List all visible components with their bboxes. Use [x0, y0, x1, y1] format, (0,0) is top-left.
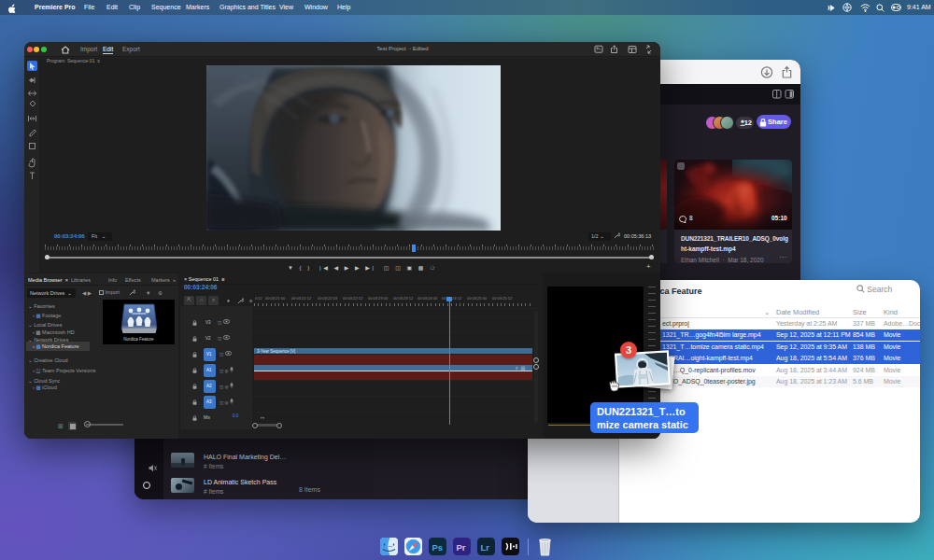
- svg-text:Ps: Ps: [432, 542, 444, 553]
- svg-text:Pr: Pr: [457, 542, 466, 553]
- svg-text:Lr: Lr: [481, 542, 490, 553]
